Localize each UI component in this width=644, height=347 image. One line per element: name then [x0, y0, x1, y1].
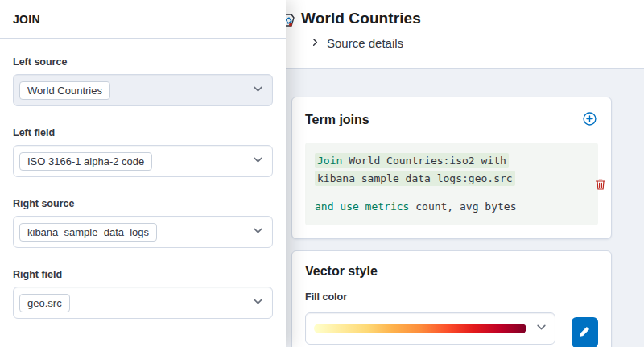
trash-icon	[594, 181, 607, 193]
left-source-group: Left source World Countries	[13, 56, 273, 106]
right-source-group: Right source kibana_sample_data_logs	[13, 198, 273, 248]
join-flyout-title: JOIN	[13, 13, 40, 26]
right-source-label: Right source	[13, 198, 273, 209]
term-joins-title: Term joins	[305, 113, 369, 127]
join-left-term: World Countries:iso2	[349, 155, 475, 167]
join-flyout-body: Left source World Countries Left field I…	[0, 39, 286, 319]
source-details-label: Source details	[327, 36, 403, 50]
left-source-select[interactable]: World Countries	[13, 74, 273, 106]
fill-color-row	[305, 309, 598, 347]
join-flyout: JOIN Left source World Countries Left fi…	[0, 0, 286, 347]
join-expression-box: Join World Countries:iso2 with kibana_sa…	[305, 143, 598, 225]
vector-style-title: Vector style	[305, 264, 598, 279]
term-joins-card: Term joins Join World Countries:iso2 wit…	[291, 97, 612, 239]
join-connector: with	[481, 155, 506, 167]
left-field-value: ISO 3166-1 alpha-2 code	[19, 152, 152, 171]
source-details-accordion[interactable]: Source details	[311, 35, 631, 50]
metrics-keyword: and use metrics	[315, 200, 409, 213]
left-field-select[interactable]: ISO 3166-1 alpha-2 code	[13, 145, 273, 177]
chevron-down-icon	[253, 83, 263, 97]
term-joins-header: Term joins	[305, 110, 598, 130]
right-source-select[interactable]: kibana_sample_data_logs	[13, 216, 273, 248]
join-expression-highlight: Join World Countries:iso2 with kibana_sa…	[315, 153, 515, 186]
left-source-value: World Countries	[19, 81, 110, 100]
join-flyout-header: JOIN	[0, 0, 286, 39]
chevron-down-icon	[536, 321, 547, 336]
color-ramp-select[interactable]	[305, 312, 555, 345]
pencil-icon	[579, 326, 590, 340]
fill-color-label: Fill color	[305, 291, 598, 303]
maps-app: World Countries Source details Term join…	[0, 0, 644, 347]
right-field-group: Right field geo.src	[13, 269, 273, 319]
edit-fill-color-button[interactable]	[572, 317, 598, 347]
left-source-label: Left source	[13, 56, 273, 68]
right-field-label: Right field	[13, 269, 273, 280]
join-keyword: Join	[317, 155, 342, 167]
add-join-button[interactable]	[581, 110, 598, 130]
chevron-down-icon	[253, 295, 263, 310]
delete-join-button[interactable]	[592, 176, 609, 195]
right-field-select[interactable]: geo.src	[13, 287, 273, 319]
chevron-right-icon	[311, 35, 320, 50]
right-source-value: kibana_sample_data_logs	[19, 223, 157, 242]
right-field-value: geo.src	[19, 294, 70, 312]
join-right-term: kibana_sample_data_logs:geo.src	[317, 172, 513, 184]
color-ramp-gradient	[314, 324, 526, 333]
metrics-values: count, avg bytes	[415, 200, 516, 213]
chevron-down-icon	[253, 225, 263, 239]
plus-circle-icon	[583, 112, 597, 128]
layer-panel-body: Term joins Join World Countries:iso2 wit…	[287, 69, 644, 347]
layer-title: World Countries	[301, 10, 631, 27]
left-field-group: Left field ISO 3166-1 alpha-2 code	[13, 127, 273, 177]
metrics-expression[interactable]: and use metrics count, avg bytes	[315, 198, 588, 216]
chevron-down-icon	[253, 154, 263, 168]
vector-style-card: Vector style Fill color	[291, 250, 612, 347]
left-field-label: Left field	[13, 127, 273, 138]
join-expression[interactable]: Join World Countries:iso2 with kibana_sa…	[315, 152, 588, 188]
